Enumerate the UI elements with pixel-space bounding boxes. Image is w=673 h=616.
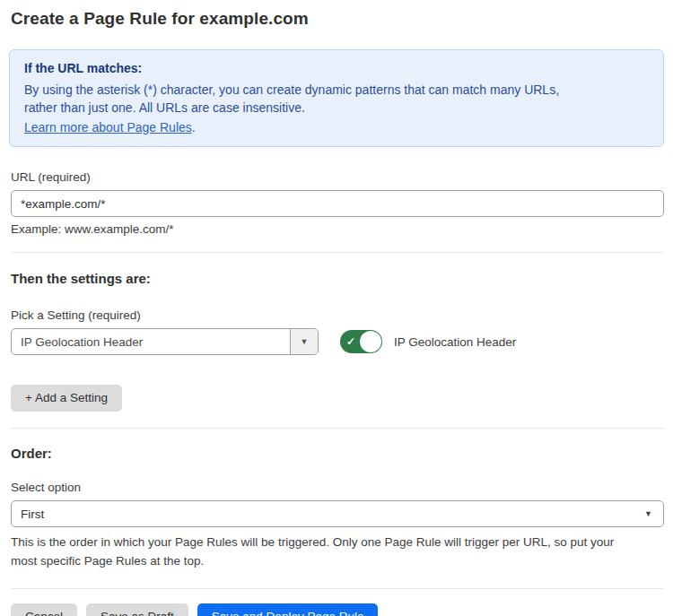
ip-geolocation-toggle[interactable]: ✓: [340, 330, 382, 353]
setting-dropdown[interactable]: IP Geolocation Header ▼: [11, 328, 319, 355]
save-and-deploy-button[interactable]: Save and Deploy Page Rule: [197, 603, 379, 616]
page-title: Create a Page Rule for example.com: [11, 9, 664, 29]
order-select-value: First: [21, 508, 44, 521]
add-setting-button[interactable]: + Add a Setting: [11, 385, 122, 412]
settings-section-heading: Then the settings are:: [11, 271, 664, 286]
info-box-link-line: Learn more about Page Rules.: [24, 118, 649, 137]
section-divider: [11, 428, 664, 429]
setting-picker-label: Pick a Setting (required): [11, 308, 664, 322]
footer-divider: [11, 588, 664, 589]
url-example-helper: Example: www.example.com/*: [11, 222, 664, 236]
order-select[interactable]: First ▼: [11, 500, 664, 527]
setting-dropdown-value: IP Geolocation Header: [12, 329, 290, 354]
save-as-draft-button[interactable]: Save as Draft: [86, 603, 188, 616]
chevron-down-icon: ▼: [301, 337, 309, 346]
order-section-heading: Order:: [11, 446, 664, 461]
chevron-down-icon: ▼: [644, 509, 652, 518]
info-box-body-line: By using the asterisk (*) character, you…: [24, 81, 649, 100]
learn-more-link[interactable]: Learn more about Page Rules: [24, 120, 192, 134]
toggle-knob: [360, 331, 381, 352]
cancel-button[interactable]: Cancel: [11, 603, 77, 616]
toggle-label: IP Geolocation Header: [394, 335, 516, 349]
url-match-info-box: If the URL matches: By using the asteris…: [9, 49, 664, 147]
info-box-body-line: rather than just one. All URLs are case …: [24, 99, 649, 117]
order-helper-line: This is the order in which your Page Rul…: [11, 533, 664, 551]
url-input[interactable]: [11, 190, 664, 217]
setting-row: IP Geolocation Header ▼ ✓ IP Geolocation…: [11, 328, 664, 355]
section-divider: [11, 252, 664, 253]
link-suffix: .: [192, 120, 196, 134]
order-select-label: Select option: [11, 481, 664, 494]
check-icon: ✓: [346, 334, 355, 349]
setting-dropdown-button[interactable]: ▼: [290, 329, 318, 354]
info-box-heading: If the URL matches:: [24, 59, 649, 78]
order-helper-text: This is the order in which your Page Rul…: [11, 533, 664, 570]
footer-actions: Cancel Save as Draft Save and Deploy Pag…: [11, 603, 664, 616]
url-field-label: URL (required): [11, 170, 664, 184]
order-helper-line: most specific Page Rules at the top.: [11, 551, 664, 570]
